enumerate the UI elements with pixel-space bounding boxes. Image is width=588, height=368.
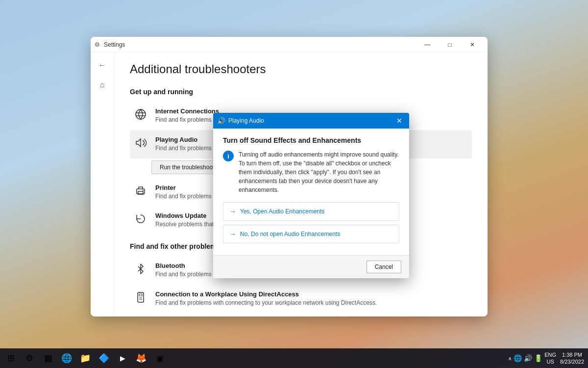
dialog-footer: Cancel [213, 255, 409, 278]
desktop: ⚙ Settings — □ ✕ ← ⌂ Additional troubles… [0, 0, 588, 368]
maximize-button[interactable]: □ [439, 37, 461, 53]
dialog-title-text: Playing Audio [228, 117, 391, 124]
cancel-button[interactable]: Cancel [367, 261, 401, 273]
workplace-text: Connection to a Workplace Using DirectAc… [155, 290, 377, 307]
dialog-body: Turn off Sound Effects and Enhancements … [213, 129, 409, 255]
arrow-icon-no: → [229, 230, 236, 238]
home-button[interactable]: ⌂ [94, 76, 111, 94]
systray-chevron[interactable]: ∧ [508, 356, 512, 361]
minimize-button[interactable]: — [416, 37, 439, 53]
taskbar-edge[interactable]: 🌐 [58, 349, 75, 367]
item-workplace[interactable]: Connection to a Workplace Using DirectAc… [130, 285, 472, 313]
dialog-heading: Turn off Sound Effects and Enhancements [223, 136, 399, 144]
windows-update-icon [134, 213, 147, 227]
workplace-icon [134, 291, 147, 306]
battery-icon: 🔋 [534, 354, 542, 362]
taskbar-right: ∧ 🌐 🔊 🔋 ENG US 1:38 PM 8/23/2022 [508, 351, 588, 366]
clock[interactable]: 1:38 PM 8/23/2022 [560, 351, 584, 366]
taskbar-taskview[interactable]: ▦ [39, 349, 57, 367]
arrow-icon-yes: → [229, 208, 236, 215]
taskbar-left: ⊞ ⚙ ▦ 🌐 📁 🔷 ▶ 🦊 ▣ [0, 349, 171, 367]
taskbar-settings-pinned[interactable]: ▣ [151, 349, 169, 367]
workplace-title: Connection to a Workplace Using DirectAc… [155, 290, 377, 298]
close-button[interactable]: ✕ [461, 37, 484, 53]
info-text: Turning off audio enhancements might imp… [239, 150, 399, 194]
region-label: US [547, 358, 554, 365]
dialog-option-yes-label: Yes, Open Audio Enhancements [240, 208, 324, 215]
audio-icon [134, 137, 147, 151]
start-button[interactable]: ⊞ [2, 349, 20, 367]
time-label: 1:38 PM [562, 351, 582, 358]
home-icon: ⌂ [100, 80, 105, 89]
titlebar: ⚙ Settings — □ ✕ [91, 37, 488, 53]
back-icon: ← [98, 61, 106, 70]
dialog-option-no[interactable]: → No, Do not open Audio Enhancements [223, 225, 399, 243]
systray: ∧ 🌐 🔊 🔋 [508, 354, 542, 362]
dialog-option-yes[interactable]: → Yes, Open Audio Enhancements [223, 202, 399, 221]
svg-rect-7 [139, 294, 142, 296]
taskbar: ⊞ ⚙ ▦ 🌐 📁 🔷 ▶ 🦊 ▣ ∧ 🌐 🔊 🔋 ENG US 1:38 PM [0, 348, 588, 368]
back-button[interactable]: ← [94, 56, 111, 74]
section-get-up-running: Get up and running [130, 88, 472, 96]
dialog-option-no-label: No, Do not open Audio Enhancements [240, 231, 340, 237]
internet-icon [134, 108, 147, 123]
svg-point-5 [143, 190, 144, 191]
printer-icon [134, 185, 147, 199]
svg-point-0 [136, 109, 146, 119]
playing-audio-dialog: 🔊 Playing Audio ✕ Turn off Sound Effects… [213, 113, 409, 278]
workplace-desc: Find and fix problems with connecting to… [155, 299, 377, 307]
settings-nav: ← ⌂ [91, 53, 114, 316]
taskbar-vscode[interactable]: 🔷 [95, 349, 113, 367]
dialog-close-button[interactable]: ✕ [393, 115, 405, 127]
item-incoming[interactable]: Incoming Connections Find and fix proble… [130, 313, 472, 316]
dialog-info: i Turning off audio enhancements might i… [223, 150, 399, 194]
window-title: Settings [104, 41, 125, 48]
taskbar-terminal[interactable]: ▶ [114, 349, 131, 367]
taskbar-explorer[interactable]: 📁 [76, 349, 94, 367]
dialog-title-icon: 🔊 [217, 117, 225, 125]
info-icon: i [223, 151, 234, 161]
window-controls: — □ ✕ [416, 37, 484, 53]
taskbar-firefox[interactable]: 🦊 [132, 349, 150, 367]
date-label: 8/23/2022 [560, 358, 584, 365]
page-title: Additional troubleshooters [130, 62, 472, 76]
network-icon: 🌐 [514, 354, 522, 362]
taskbar-search[interactable]: ⚙ [21, 349, 38, 367]
volume-icon[interactable]: 🔊 [524, 354, 532, 362]
language-block[interactable]: ENG US [544, 351, 556, 366]
dialog-titlebar: 🔊 Playing Audio ✕ [213, 113, 409, 129]
bluetooth-icon [134, 263, 147, 277]
lang-label: ENG [544, 351, 556, 358]
